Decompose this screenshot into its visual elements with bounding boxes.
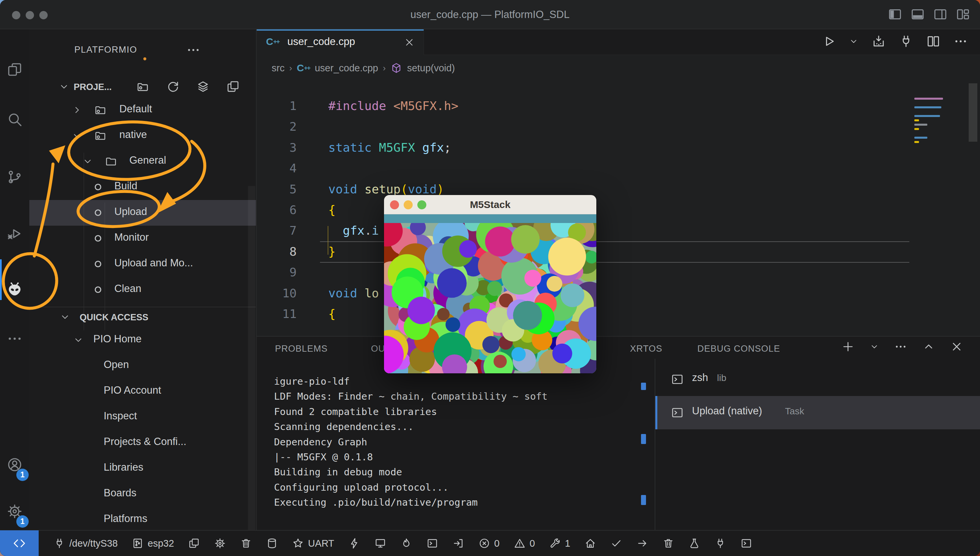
status-copy[interactable] bbox=[188, 537, 200, 550]
status-tools-1[interactable]: 1 bbox=[549, 537, 570, 550]
m5stack-traffic-light[interactable] bbox=[404, 200, 413, 209]
more-h-button-icon[interactable] bbox=[953, 34, 968, 48]
plug-button-icon[interactable] bbox=[899, 34, 913, 48]
breadcrumb[interactable]: src›C++user_code.cpp›setup(void) bbox=[272, 59, 455, 78]
status-star-UART[interactable]: UART bbox=[292, 537, 334, 550]
m5stack-window[interactable]: M5Stack bbox=[384, 195, 596, 373]
chev-down-panel-button-icon[interactable] bbox=[869, 342, 879, 352]
minimap[interactable] bbox=[912, 82, 970, 196]
tree-item-monitor[interactable]: Monitor bbox=[29, 226, 256, 251]
layout-left-button[interactable] bbox=[887, 6, 903, 22]
activity-account[interactable]: 1 bbox=[0, 446, 29, 483]
quick-access-platforms[interactable]: Platforms bbox=[29, 507, 256, 533]
activity-more-h[interactable] bbox=[0, 320, 29, 357]
panel-tab-xrtos[interactable]: XRTOS bbox=[630, 341, 662, 357]
quick-access-pio-home[interactable]: PIO Home bbox=[29, 327, 256, 353]
status-trash[interactable] bbox=[662, 537, 674, 550]
tree-item-upload-and-mo-[interactable]: Upload and Mo... bbox=[29, 251, 256, 277]
status-monitor[interactable] bbox=[375, 537, 386, 550]
quick-access-section[interactable]: QUICK ACCESS bbox=[29, 309, 256, 326]
breadcrumb-item[interactable]: src bbox=[272, 63, 285, 74]
close-tab-icon[interactable] bbox=[404, 37, 415, 48]
breadcrumb-separator: › bbox=[383, 63, 386, 73]
project-tasks-section[interactable]: PROJE... bbox=[29, 78, 256, 96]
refresh-icon[interactable] bbox=[166, 80, 180, 94]
chev-down-icon[interactable] bbox=[58, 81, 69, 92]
term-box-icon bbox=[671, 373, 684, 386]
tree-item-default[interactable]: Default bbox=[29, 97, 256, 123]
layout-right-button[interactable] bbox=[933, 6, 948, 22]
layout-grid-button[interactable] bbox=[955, 6, 971, 22]
m5stack-traffic-light[interactable] bbox=[417, 200, 426, 209]
activity-scm[interactable] bbox=[0, 159, 29, 196]
quick-access-open[interactable]: Open bbox=[29, 353, 256, 379]
status-term-box[interactable] bbox=[426, 537, 438, 550]
status-signin[interactable] bbox=[452, 537, 464, 550]
breadcrumb-item[interactable]: user_code.cpp bbox=[315, 63, 378, 74]
tree-item-native[interactable]: native bbox=[29, 123, 256, 149]
more-h-panel-button-icon[interactable] bbox=[894, 340, 907, 353]
quick-access-libraries[interactable]: Libraries bbox=[29, 456, 256, 481]
tree-item-clean[interactable]: Clean bbox=[29, 277, 256, 303]
m5stack-traffic-light[interactable] bbox=[390, 200, 399, 209]
status-plug[interactable] bbox=[714, 537, 727, 550]
quick-access-boards[interactable]: Boards bbox=[29, 481, 256, 507]
trash-icon bbox=[240, 537, 252, 550]
status-board-esp32[interactable]: esp32 bbox=[132, 537, 174, 550]
panel-tab-debug-console[interactable]: DEBUG CONSOLE bbox=[697, 341, 780, 357]
panel-tab-problems[interactable]: PROBLEMS bbox=[275, 341, 328, 357]
new-folder-icon[interactable] bbox=[136, 80, 150, 94]
quick-access-pio-account[interactable]: PIO Account bbox=[29, 379, 256, 404]
code-text: #include <M5GFX.h> bbox=[328, 99, 459, 113]
install-button-icon[interactable] bbox=[871, 34, 886, 48]
copy-icon[interactable] bbox=[226, 80, 240, 94]
terminal-output[interactable]: igure-pio-ldfLDF Modes: Finder ~ chain, … bbox=[274, 374, 548, 510]
m5stack-titlebar[interactable]: M5Stack bbox=[384, 195, 596, 214]
breadcrumb-item[interactable]: setup(void) bbox=[407, 63, 455, 74]
run-button-icon[interactable] bbox=[821, 34, 836, 48]
status-gear[interactable] bbox=[214, 537, 226, 550]
tab-label: user_code.cpp bbox=[287, 36, 355, 48]
activity-debug[interactable] bbox=[0, 215, 29, 252]
remote-indicator-button[interactable] bbox=[0, 530, 39, 556]
split-button-icon[interactable] bbox=[926, 34, 941, 48]
quick-access-projects-confi-[interactable]: Projects & Confi... bbox=[29, 430, 256, 456]
sidebar-scrollbar[interactable] bbox=[248, 186, 255, 530]
status-plug-devttyS38[interactable]: /dev/ttyS38 bbox=[53, 537, 118, 550]
status-err-0[interactable]: 0 bbox=[478, 537, 500, 550]
code-line-2: 2 bbox=[257, 117, 980, 138]
layers-icon[interactable] bbox=[196, 80, 210, 94]
tree-item-general[interactable]: General bbox=[29, 149, 256, 175]
quick-access-inspect[interactable]: Inspect bbox=[29, 404, 256, 430]
status-db[interactable] bbox=[266, 537, 278, 550]
status-flame[interactable] bbox=[400, 537, 412, 550]
activity-search[interactable] bbox=[0, 101, 29, 138]
status-warn-0[interactable]: 0 bbox=[513, 537, 535, 550]
activity-explorer[interactable] bbox=[0, 51, 29, 88]
terminal-list-item[interactable]: zshlib bbox=[655, 363, 980, 396]
tree-item-upload[interactable]: Upload bbox=[29, 200, 256, 226]
chev-up-panel-button-icon[interactable] bbox=[922, 340, 935, 353]
activity-platformio[interactable] bbox=[0, 272, 29, 308]
chev-down-icon[interactable] bbox=[59, 311, 71, 323]
plus-panel-button-icon[interactable] bbox=[841, 340, 855, 353]
status-trash[interactable] bbox=[240, 537, 252, 550]
explorer-icon bbox=[6, 61, 23, 78]
sidebar-more-button[interactable] bbox=[183, 43, 203, 57]
status-beaker[interactable] bbox=[688, 537, 700, 550]
layout-panel-button[interactable] bbox=[910, 6, 925, 22]
status-home[interactable] bbox=[584, 537, 596, 550]
editor-scrollbar[interactable] bbox=[969, 83, 977, 142]
status-bolt[interactable] bbox=[348, 537, 360, 550]
close-panel-button-icon[interactable] bbox=[950, 340, 963, 353]
activity-gear[interactable]: 1 bbox=[0, 493, 29, 530]
signin-icon bbox=[452, 537, 464, 550]
status-check[interactable] bbox=[610, 537, 622, 550]
status-term-box[interactable] bbox=[740, 537, 752, 550]
tree-item-build[interactable]: Build bbox=[29, 175, 256, 200]
tab-user-code-cpp[interactable]: C++ user_code.cpp bbox=[257, 29, 424, 55]
chev-down-button-icon[interactable] bbox=[849, 36, 859, 46]
terminal-list-item[interactable]: Upload (native)Task bbox=[655, 396, 980, 429]
status-arrow-r[interactable] bbox=[636, 537, 648, 550]
term-box-icon bbox=[740, 537, 752, 550]
